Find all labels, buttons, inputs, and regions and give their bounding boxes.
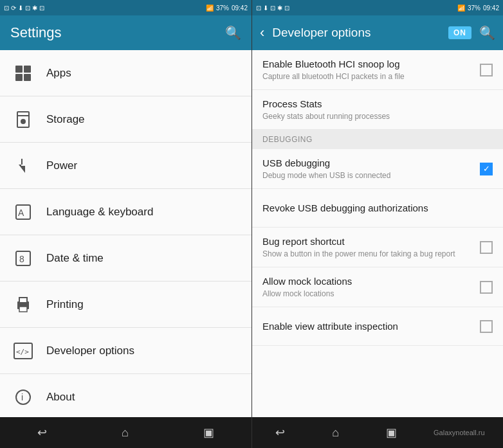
developer-label: Developer options — [46, 345, 134, 357]
apps-icon — [10, 60, 36, 86]
settings-list: Apps Storage Power — [0, 50, 252, 417]
view-attribute-item[interactable]: Enable view attribute inspection — [252, 307, 503, 346]
svg-marker-7 — [19, 159, 25, 173]
time-left: 09:42 — [232, 4, 248, 12]
bluetooth-hci-title: Enable Bluetooth HCI snoop log — [262, 58, 475, 71]
usb-debugging-subtitle: Debug mode when USB is connected — [262, 171, 475, 181]
bug-report-item[interactable]: Bug report shortcut Show a button in the… — [252, 228, 503, 267]
bluetooth-hci-subtitle: Capture all bluetooth HCI packets in a f… — [262, 72, 475, 82]
r-bars: 📶 — [457, 4, 465, 12]
settings-item-language[interactable]: A Language & keyboard — [0, 189, 252, 235]
language-label: Language & keyboard — [46, 206, 153, 219]
right-status-bar: ⊡ ⬇ ⊡ ✱ ⊡ 📶 37% 09:42 — [252, 0, 503, 15]
bluetooth-hci-checkbox[interactable] — [480, 64, 493, 76]
settings-title: Settings — [10, 24, 62, 41]
bug-report-checkbox[interactable] — [480, 241, 493, 254]
bluetooth-hci-item[interactable]: Enable Bluetooth HCI snoop log Capture a… — [252, 50, 503, 90]
settings-item-storage[interactable]: Storage — [0, 96, 252, 143]
process-stats-subtitle: Geeky stats about running processes — [262, 112, 493, 122]
debugging-section-header: DEBUGGING — [252, 130, 503, 149]
r-signal: ⊡ — [256, 4, 261, 12]
r-down: ⬇ — [263, 4, 268, 12]
right-status-right: 📶 37% 09:42 — [457, 4, 499, 12]
apps-label: Apps — [46, 67, 71, 80]
mock-locations-text: Allow mock locations Allow mock location… — [262, 275, 475, 299]
language-icon: A — [10, 199, 36, 225]
settings-item-developer[interactable]: </> Developer options — [0, 328, 252, 374]
revoke-usb-text: Revoke USB debugging authorizations — [262, 202, 493, 215]
svg-rect-0 — [15, 66, 23, 73]
data-icon: ⟳ — [11, 4, 16, 12]
r-time: 09:42 — [483, 4, 499, 12]
settings-item-datetime[interactable]: 8 Date & time — [0, 235, 252, 282]
svg-rect-3 — [24, 74, 31, 81]
usb-debugging-checkbox[interactable]: ✓ — [480, 163, 493, 175]
right-recent-btn[interactable]: ▣ — [376, 420, 407, 445]
view-attribute-checkbox[interactable] — [480, 320, 493, 333]
svg-text:</>: </> — [16, 348, 29, 356]
about-label: About — [46, 391, 75, 404]
usb-icon: ⊡ — [25, 4, 30, 12]
bt-icon: ✱ — [32, 4, 37, 12]
r-bt: ✱ — [277, 4, 282, 12]
right-panel: ⊡ ⬇ ⊡ ✱ ⊡ 📶 37% 09:42 ‹ Developer option… — [252, 0, 503, 417]
left-nav-bar: ↩ ⌂ ▣ — [0, 417, 252, 448]
mock-locations-item[interactable]: Allow mock locations Allow mock location… — [252, 267, 503, 307]
developer-toggle[interactable]: ON — [448, 26, 471, 39]
bug-report-subtitle: Show a button in the power menu for taki… — [262, 249, 475, 260]
view-attribute-title: Enable view attribute inspection — [262, 320, 475, 333]
r-battery: 37% — [468, 4, 480, 12]
dev-options-list: Enable Bluetooth HCI snoop log Capture a… — [252, 50, 503, 417]
revoke-usb-title: Revoke USB debugging authorizations — [262, 202, 493, 215]
left-search-icon[interactable]: 🔍 — [225, 25, 241, 40]
printing-icon — [10, 292, 36, 318]
settings-item-printing[interactable]: Printing — [0, 282, 252, 328]
back-button[interactable]: ‹ — [257, 22, 267, 44]
r-nfc: ⊡ — [284, 4, 289, 12]
svg-text:i: i — [21, 392, 23, 402]
right-back-btn[interactable]: ↩ — [265, 420, 295, 445]
left-header: Settings 🔍 — [0, 15, 252, 50]
developer-icon: </> — [10, 338, 36, 364]
left-home-btn[interactable]: ⌂ — [111, 421, 139, 445]
printing-label: Printing — [46, 298, 84, 311]
r-usb: ⊡ — [270, 4, 275, 12]
settings-item-apps[interactable]: Apps — [0, 50, 252, 96]
left-recent-btn[interactable]: ▣ — [193, 420, 224, 445]
right-home-btn[interactable]: ⌂ — [322, 421, 349, 445]
battery-pct: 37% — [216, 4, 229, 12]
bug-report-text: Bug report shortcut Show a button in the… — [262, 235, 475, 259]
right-search-icon[interactable]: 🔍 — [477, 22, 498, 43]
svg-point-6 — [21, 119, 26, 124]
settings-item-about[interactable]: i About — [0, 374, 252, 417]
svg-rect-14 — [19, 307, 27, 312]
left-status-bar: ⊡ ⟳ ⬇ ⊡ ✱ ⊡ 📶 37% 09:42 — [0, 0, 252, 15]
power-icon — [10, 153, 36, 179]
storage-icon — [10, 107, 36, 132]
left-status-right: 📶 37% 09:42 — [206, 4, 248, 12]
usb-debugging-text: USB debugging Debug mode when USB is con… — [262, 157, 475, 181]
battery-icon: 📶 — [206, 4, 214, 12]
left-back-btn[interactable]: ↩ — [27, 420, 57, 445]
settings-item-power[interactable]: Power — [0, 143, 252, 189]
nfc-icon: ⊡ — [39, 4, 44, 12]
view-attribute-text: Enable view attribute inspection — [262, 320, 475, 333]
svg-rect-13 — [19, 298, 27, 303]
right-header: ‹ Developer options ON 🔍 — [252, 15, 503, 50]
debugging-label: DEBUGGING — [262, 135, 313, 144]
mock-locations-subtitle: Allow mock locations — [262, 289, 475, 300]
right-status-icons: ⊡ ⬇ ⊡ ✱ ⊡ — [256, 4, 289, 12]
nav-bars-row: ↩ ⌂ ▣ ↩ ⌂ ▣ Galaxynoteall.ru — [0, 417, 503, 448]
left-panel: ⊡ ⟳ ⬇ ⊡ ✱ ⊡ 📶 37% 09:42 Settings 🔍 — [0, 0, 252, 417]
datetime-icon: 8 — [10, 246, 36, 271]
datetime-label: Date & time — [46, 252, 104, 265]
mock-locations-checkbox[interactable] — [480, 281, 493, 294]
process-stats-item[interactable]: Process Stats Geeky stats about running … — [252, 90, 503, 130]
right-nav-bar: ↩ ⌂ ▣ Galaxynoteall.ru — [252, 417, 503, 448]
revoke-usb-item[interactable]: Revoke USB debugging authorizations — [252, 189, 503, 228]
bug-report-title: Bug report shortcut — [262, 235, 475, 248]
bluetooth-hci-text: Enable Bluetooth HCI snoop log Capture a… — [262, 58, 475, 82]
usb-debugging-title: USB debugging — [262, 157, 475, 170]
svg-text:8: 8 — [19, 254, 24, 264]
usb-debugging-item[interactable]: USB debugging Debug mode when USB is con… — [252, 149, 503, 189]
